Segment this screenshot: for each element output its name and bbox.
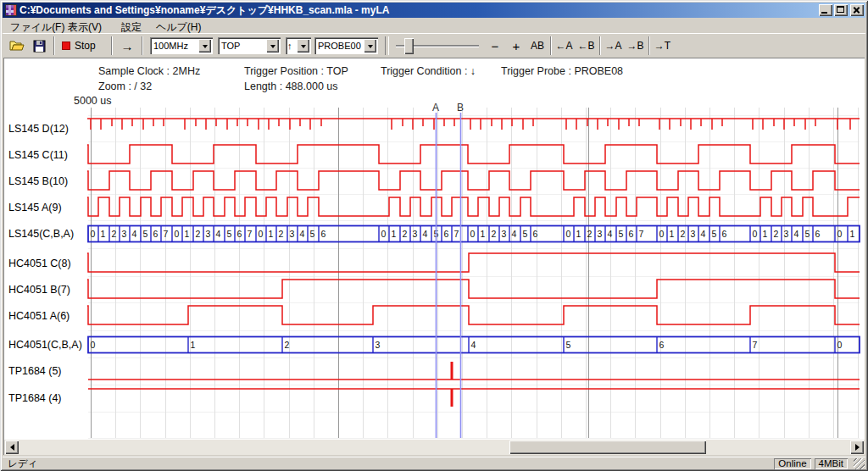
- info-trigger-position: Trigger Position : TOP: [244, 65, 348, 77]
- memory-status-badge: 4MBit: [815, 458, 848, 469]
- window-controls: [819, 4, 864, 16]
- zoom-out-button[interactable]: −: [486, 36, 504, 55]
- toolbar: Stop → 100MHz TOP ↑ PROBE00 − + AB ←A: [3, 33, 865, 58]
- minimize-button[interactable]: [819, 4, 832, 16]
- info-length: Length : 488.000 us: [244, 80, 338, 92]
- toolbar-separator: [550, 36, 552, 55]
- cursor-b-right-label: →B: [626, 40, 643, 52]
- scroll-right-icon: [855, 444, 863, 451]
- stop-button[interactable]: Stop: [62, 36, 106, 55]
- channel-label[interactable]: LS145(C,B,A): [8, 228, 74, 241]
- trigger-edge-combo[interactable]: ↑: [286, 37, 311, 54]
- trigger-probe-combo[interactable]: PROBE00: [314, 37, 378, 54]
- zoom-out-label: −: [492, 39, 499, 53]
- minimize-icon: [821, 12, 827, 14]
- trigger-probe-value: PROBE00: [314, 37, 364, 54]
- status-message: レディ: [3, 457, 774, 470]
- close-button[interactable]: [850, 4, 864, 16]
- time-scale-label: 5000 us: [74, 95, 111, 107]
- cursor-a-right-button[interactable]: →A: [603, 36, 624, 55]
- save-floppy-icon: [33, 40, 46, 53]
- dropdown-button[interactable]: [297, 39, 309, 53]
- channel-label[interactable]: LS145 A(9): [8, 202, 62, 215]
- channel-label[interactable]: TP1684 (5): [8, 365, 62, 379]
- info-trigger-probe: Trigger Probe : PROBE08: [501, 65, 623, 77]
- trigger-position-combo[interactable]: TOP: [218, 37, 281, 54]
- open-file-button[interactable]: [7, 36, 27, 55]
- resize-grip[interactable]: [854, 458, 865, 469]
- menu-view[interactable]: 表示(V): [64, 19, 105, 32]
- window-title: C:¥Documents and Settings¥noname¥デスクトップ¥…: [19, 3, 819, 18]
- toolbar-separator: [53, 36, 55, 55]
- online-status-badge: Online: [774, 458, 810, 469]
- channel-label[interactable]: TP1684 (4): [8, 392, 62, 406]
- cursor-a-right-label: →A: [604, 40, 621, 52]
- app-window: C:¥Documents and Settings¥noname¥デスクトップ¥…: [0, 0, 868, 471]
- cursor-b-left-button[interactable]: ←B: [576, 36, 597, 55]
- maximize-button[interactable]: [834, 4, 848, 16]
- cursor-a-left-label: ←A: [555, 40, 572, 52]
- scrollbar-thumb[interactable]: [509, 441, 706, 454]
- cursor-b-left-label: ←B: [577, 40, 594, 52]
- zoom-slider-handle[interactable]: [404, 38, 414, 54]
- stop-label: Stop: [75, 40, 96, 52]
- channel-label[interactable]: HC4051 A(6): [8, 310, 70, 324]
- chevron-down-icon: [203, 45, 208, 51]
- ab-button[interactable]: AB: [526, 36, 548, 55]
- sample-clock-value: 100MHz: [150, 37, 198, 54]
- trigger-edge-value: ↑: [286, 37, 297, 54]
- goto-trigger-label: →T: [654, 40, 670, 52]
- title-bar: C:¥Documents and Settings¥noname¥デスクトップ¥…: [3, 3, 865, 18]
- save-file-button[interactable]: [29, 36, 49, 55]
- dropdown-button[interactable]: [364, 39, 376, 53]
- app-icon: [5, 4, 17, 16]
- zoom-in-label: +: [513, 39, 520, 53]
- trigger-position-value: TOP: [218, 37, 266, 54]
- chevron-down-icon: [368, 45, 373, 51]
- channel-label[interactable]: LS145 D(12): [8, 123, 69, 136]
- open-folder-icon: [9, 40, 25, 52]
- scroll-left-icon: [7, 444, 14, 451]
- menu-file[interactable]: ファイル(F): [7, 19, 68, 32]
- toolbar-separator: [599, 36, 601, 55]
- toolbar-separator: [142, 36, 143, 55]
- channel-label[interactable]: LS145 B(10): [8, 175, 68, 189]
- run-arrow-icon: →: [121, 39, 134, 53]
- run-button[interactable]: →: [116, 36, 138, 55]
- toolbar-separator: [385, 36, 389, 55]
- menu-help[interactable]: ヘルプ(H): [153, 19, 205, 32]
- stop-icon: [62, 42, 70, 50]
- zoom-in-button[interactable]: +: [507, 36, 526, 55]
- sample-clock-combo[interactable]: 100MHz: [150, 37, 213, 54]
- dropdown-button[interactable]: [266, 39, 279, 53]
- info-trigger-condition: Trigger Condition : ↓: [381, 65, 476, 77]
- maximize-icon: [837, 6, 844, 13]
- scroll-left-button[interactable]: [5, 441, 19, 454]
- menu-bar: ファイル(F) 表示(V) 設定 ヘルプ(H): [3, 19, 865, 33]
- channel-label[interactable]: LS145 C(11): [8, 149, 68, 163]
- channel-label[interactable]: HC4051 C(8): [8, 258, 71, 271]
- status-bar: レディ Online 4MBit: [3, 457, 865, 469]
- cursor-a-left-button[interactable]: ←A: [554, 36, 575, 55]
- scroll-right-button[interactable]: [850, 441, 864, 454]
- cursor-b-right-button[interactable]: →B: [625, 36, 646, 55]
- chevron-down-icon: [301, 45, 306, 51]
- menu-settings[interactable]: 設定: [118, 19, 145, 32]
- goto-trigger-button[interactable]: →T: [652, 36, 673, 55]
- toolbar-separator: [111, 36, 113, 55]
- channel-label[interactable]: HC4051 B(7): [8, 284, 70, 297]
- dropdown-button[interactable]: [198, 39, 211, 53]
- horizontal-scrollbar[interactable]: [4, 440, 865, 455]
- waveform-client-area[interactable]: Sample Clock : 2MHz Trigger Position : T…: [3, 58, 865, 455]
- channel-label[interactable]: HC4051(C,B,A): [8, 339, 82, 352]
- ab-label: AB: [531, 40, 544, 52]
- info-zoom: Zoom : / 32: [98, 80, 152, 92]
- toolbar-separator: [648, 36, 650, 55]
- chevron-down-icon: [270, 45, 275, 51]
- info-sample-clock: Sample Clock : 2MHz: [98, 65, 200, 77]
